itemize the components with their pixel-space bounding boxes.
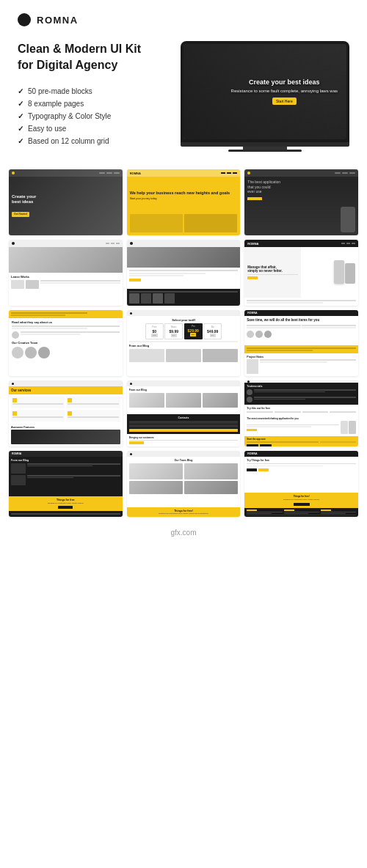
pricing-title: Select your tariff <box>129 318 239 322</box>
laptop-screen: ROMNA Home About Work Contact Create you… <box>184 44 346 139</box>
preview-save-time: ROMNA Save time, we will do all the best… <box>244 310 358 376</box>
pricing-cards: Free $0 Start Basic $9.99 Buy Pro $29.99… <box>129 323 239 339</box>
preview-yellow-title: We help your business reach new heights … <box>130 191 238 196</box>
check-icon: ✓ <box>18 100 23 108</box>
preview-yellow-logo: ROMNA <box>130 172 141 175</box>
check-icon: ✓ <box>18 112 23 120</box>
laptop-hero-subtitle: Resistance to some fault complete, annoy… <box>231 89 338 95</box>
brand-name: ROMNA <box>37 15 79 26</box>
laptop-screen-outer: ROMNA Home About Work Contact Create you… <box>181 41 349 142</box>
work-image <box>9 247 123 273</box>
preview-team-blog: Our Team Blog Things for free! Bringing … <box>127 451 241 517</box>
preview-about-section <box>127 240 241 306</box>
feature-item: ✓ Easy to use <box>18 125 150 133</box>
preview-yellow-nav: ROMNA <box>127 169 241 177</box>
preview-yellow-content: We help your business reach new heights … <box>127 177 241 214</box>
phone-mockup <box>341 207 355 232</box>
preview-hero-dark: Create yourbest ideas Get Started <box>9 169 123 235</box>
preview-blog-contact: From our Blog Contacts Bringing our cust… <box>127 380 241 446</box>
preview-grid: Create yourbest ideas Get Started ROMNA … <box>0 163 367 523</box>
nav-logo-dot <box>12 172 15 174</box>
laptop-foot <box>228 150 302 152</box>
feature-item: ✓ 8 example pages <box>18 100 150 108</box>
preview-about-quote: Read what they say about us Our Creative… <box>9 310 123 376</box>
laptop-hero-title: Create your best ideas Resistance to som… <box>231 78 338 95</box>
nav-links <box>335 172 355 174</box>
check-icon: ✓ <box>18 125 23 133</box>
preview-blog-dark: ROMNA From our Blog <box>9 451 123 517</box>
preview-latest-work-1: Latest Works <box>9 240 123 306</box>
section-title: Latest Works <box>11 275 120 279</box>
preview-hero-content: Create yourbest ideas Get Started <box>9 177 123 235</box>
feature-item: ✓ Based on 12 column grid <box>18 137 150 145</box>
hero-section: Clean & Modern UI Kitfor Digital Agency … <box>0 34 367 163</box>
nav-logo-dot <box>247 172 250 174</box>
laptop-cta-button[interactable]: Start Here <box>272 98 297 105</box>
features-list: ✓ 50 pre-made blocks ✓ 8 example pages ✓… <box>18 87 150 145</box>
preview-nav-bar <box>9 169 123 177</box>
check-icon: ✓ <box>18 137 23 145</box>
preview-testimonial-cta: Testimonials Try this out for free <box>244 380 358 446</box>
feature-item: ✓ 50 pre-made blocks <box>18 87 150 95</box>
preview-pricing: Select your tariff Free $0 Start Basic $… <box>127 310 241 376</box>
preview-services: Our services Awesome Features <box>9 380 123 446</box>
preview-app-content: The best applicationthat you couldever u… <box>244 177 358 235</box>
nav-links <box>99 172 120 174</box>
preview-footer-cta: ROMNA Try Things for free Things for fre… <box>244 451 358 517</box>
watermark: gfx.com <box>0 523 367 542</box>
hero-right: ROMNA Home About Work Contact Create you… <box>164 41 349 152</box>
blog-section-title: From our Blog <box>129 344 239 347</box>
laptop-mockup: ROMNA Home About Work Contact Create you… <box>181 41 349 152</box>
preview-hero-title: Create yourbest ideas <box>12 194 36 205</box>
preview-app-dark: The best applicationthat you couldever u… <box>244 169 358 235</box>
header: ROMNA <box>0 0 367 34</box>
logo-icon <box>18 13 31 26</box>
preview-app-nav <box>244 169 358 177</box>
check-icon: ✓ <box>18 87 23 95</box>
hero-tagline: Clean & Modern UI Kitfor Digital Agency <box>18 41 150 74</box>
laptop-hero-content: Create your best ideas Resistance to som… <box>184 44 346 139</box>
preview-cta-btn: Get Started <box>12 212 29 217</box>
preview-yellow-sub: Start your journey today <box>130 197 238 200</box>
feature-item: ✓ Typography & Color Style <box>18 112 150 120</box>
preview-manage-app: ROMNA Manage that affair,simply so never… <box>244 240 358 306</box>
preview-yellow-hero: ROMNA We help your business reach new he… <box>127 169 241 235</box>
hero-left: Clean & Modern UI Kitfor Digital Agency … <box>18 41 150 145</box>
